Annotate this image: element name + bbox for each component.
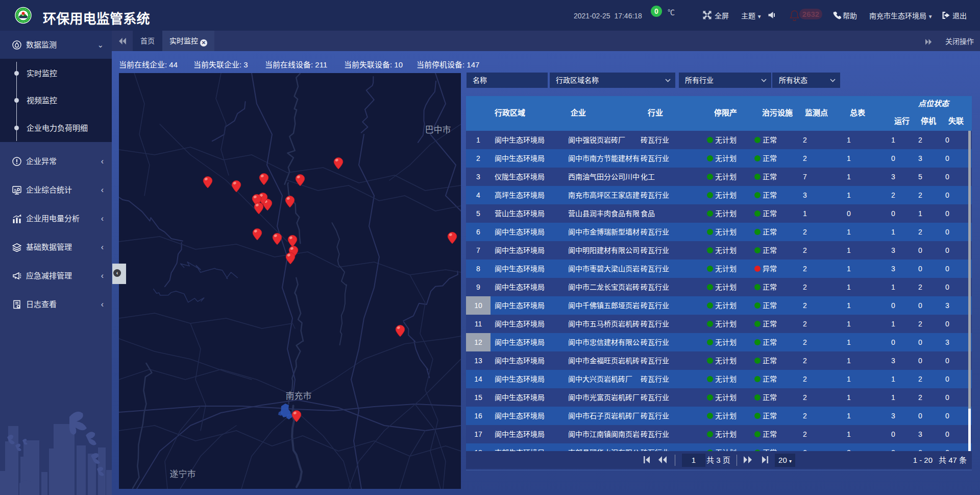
- svg-text:巴中市: 巴中市: [425, 125, 451, 135]
- svg-text:遂宁市: 遂宁市: [170, 469, 196, 479]
- svg-text:南充市: 南充市: [286, 391, 312, 401]
